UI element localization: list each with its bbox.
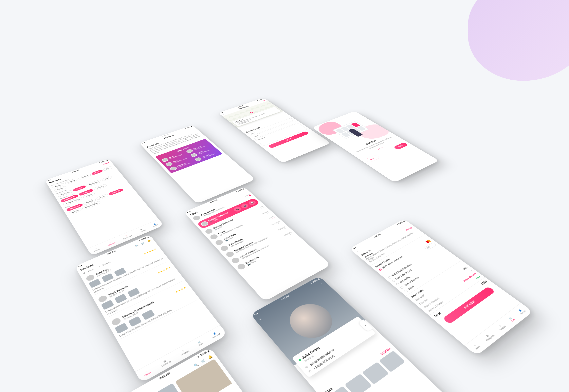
nav-label: Cart — [510, 318, 515, 322]
total-label: Total — [433, 312, 442, 318]
search-icon[interactable]: 🔍 — [193, 362, 199, 367]
wishlist-icon: ♡ — [498, 324, 502, 327]
avatar — [236, 263, 247, 271]
profile-icon: 👤 — [153, 223, 156, 225]
cart-icon: 🛒 — [508, 317, 512, 320]
nav-home[interactable]: ⌂Home — [93, 247, 100, 252]
bookmark-icon: 🔖 — [125, 235, 128, 237]
nav-cart[interactable]: 🛒Cart — [197, 340, 204, 346]
nav-label: Profile — [152, 224, 159, 227]
nav-label: Activity — [139, 229, 146, 233]
nav-categories[interactable]: ▦Categories — [482, 332, 495, 341]
radio-icon — [400, 286, 404, 289]
price-line-value: - — [469, 269, 472, 271]
back-icon[interactable]: ‹ — [258, 317, 263, 322]
nav-wishlist[interactable]: ♡Wishlist — [496, 323, 507, 331]
nav-label: Categories — [485, 334, 495, 342]
nav-home[interactable]: ⌂Home — [142, 369, 151, 377]
cart-icon: 🛒 — [197, 340, 201, 344]
avatar — [200, 221, 209, 227]
background-blob — [468, 0, 569, 81]
radio-icon — [392, 279, 396, 282]
avatar — [185, 149, 194, 153]
avatar — [190, 153, 198, 158]
nav-label: Interests — [107, 242, 116, 246]
nav-label: Cart — [198, 342, 204, 346]
chat-button[interactable]: 💬 — [247, 200, 257, 206]
avatar — [192, 215, 201, 221]
nav-label: Home — [144, 371, 151, 377]
sort-icon[interactable]: ↕ — [98, 266, 101, 268]
screen-onboarding: CHOOSE Lorem ipsum dolor sit amet, conse… — [312, 111, 439, 182]
nav-label: Home — [474, 345, 481, 350]
page-dot[interactable] — [382, 147, 384, 148]
video-call-button[interactable]: 📹 — [240, 203, 250, 209]
nav-category[interactable]: ▦Category — [159, 357, 172, 367]
bell-icon[interactable]: 🔔 — [146, 239, 151, 242]
cart-icon[interactable]: 🛒 — [200, 358, 206, 364]
filter-icon[interactable]: ⚙ — [83, 272, 86, 275]
nav-label: Category — [161, 360, 172, 367]
home-icon: ⌂ — [145, 370, 148, 373]
close-icon[interactable]: ✕ — [263, 100, 266, 101]
home-icon: ⌂ — [95, 248, 97, 250]
page-dot[interactable] — [380, 148, 382, 148]
avatar — [169, 166, 178, 171]
skip-button[interactable]: SKIP — [364, 155, 380, 163]
avatar — [161, 157, 169, 162]
nav-cart[interactable]: 🛒Cart — [508, 316, 515, 322]
bell-icon[interactable]: 🔔 — [207, 354, 213, 360]
activity-icon: ≣ — [140, 229, 143, 231]
avatar — [165, 162, 174, 167]
nav-label: Account — [519, 309, 526, 315]
next-button[interactable]: NEXT — [393, 142, 409, 150]
price-line-value: Free — [475, 276, 481, 280]
account-icon: 👤 — [213, 332, 216, 335]
interests-icon: ♡ — [109, 241, 112, 243]
radio-icon — [378, 268, 382, 271]
nav-wishlist[interactable]: ♡Wishlist — [179, 348, 190, 356]
voice-call-button[interactable]: 📞 — [233, 206, 242, 212]
avatar — [194, 157, 202, 162]
nav-bookmark[interactable]: 🔖Bookmark — [122, 233, 132, 240]
nav-label: Bookmark — [123, 235, 132, 240]
category-icon: ▦ — [163, 360, 167, 363]
nav-interests[interactable]: ♡Interests — [106, 240, 116, 246]
nav-account[interactable]: 👤Account — [516, 308, 526, 315]
nav-activity[interactable]: ≣Activity — [138, 228, 146, 233]
back-icon[interactable]: ‹ — [222, 114, 224, 115]
bottom-nav: ⌂Home▦Categories♡Wishlist🛒Cart👤Account — [465, 303, 533, 356]
home-icon: ⌂ — [473, 344, 476, 347]
cart-icon[interactable]: 🛒 — [141, 241, 146, 245]
nav-label: Wishlist — [181, 350, 190, 356]
nav-account[interactable]: 👤Account — [210, 331, 221, 339]
radio-icon — [388, 276, 392, 279]
back-icon[interactable]: ‹ — [143, 144, 146, 146]
categories-icon: ▦ — [485, 334, 489, 337]
more-icon[interactable]: ⋮ — [319, 282, 323, 285]
search-icon[interactable]: 🔍 — [135, 244, 140, 248]
wishlist-icon: ♡ — [182, 349, 185, 352]
page-dot[interactable] — [379, 148, 380, 149]
nav-label: Home — [94, 248, 100, 252]
radio-icon — [396, 283, 400, 286]
page-dot[interactable] — [377, 149, 379, 150]
nav-profile[interactable]: 👤Profile — [151, 223, 159, 227]
nav-home[interactable]: ⌂Home — [471, 343, 481, 350]
nav-label: Wishlist — [499, 325, 507, 331]
nav-label: Account — [212, 333, 221, 339]
screen-contact: ●●●9:41 AM ᛒ100%▮ ‹ Contact Us ✕ Sipes I… — [218, 98, 331, 163]
account-icon: 👤 — [518, 309, 522, 312]
battery-icon: ▮ — [106, 160, 108, 161]
back-icon[interactable]: ‹ — [356, 251, 359, 253]
bluetooth-icon: ᛒ — [99, 162, 101, 163]
total-value: $360 — [480, 280, 488, 285]
radio-icon — [404, 290, 408, 293]
